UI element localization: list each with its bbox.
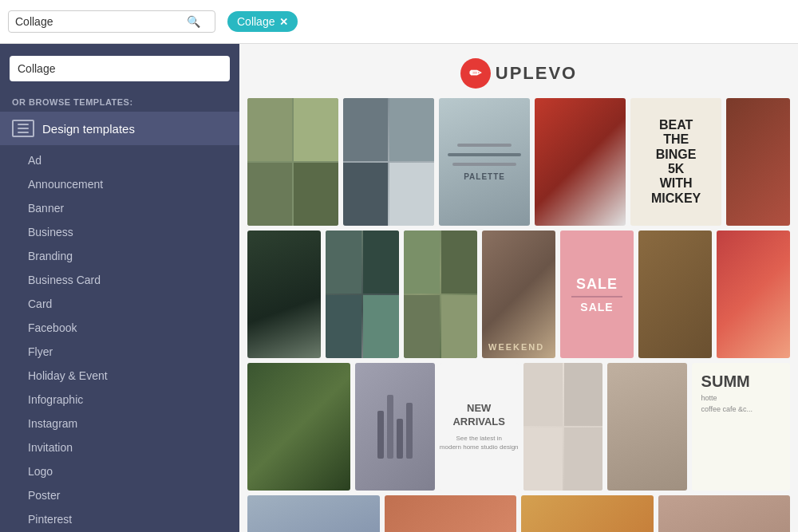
- sidebar-item-flyer[interactable]: Flyer: [0, 340, 239, 364]
- sidebar-item-card[interactable]: Card: [0, 292, 239, 316]
- template-row-2: WEEKEND SALE SALE: [247, 231, 790, 358]
- sidebar-item-business-card[interactable]: Business Card: [0, 268, 239, 292]
- beat-text: BEATTHEBINGE5KWITHMICKEY: [651, 118, 701, 206]
- sale-text-1: SALE: [576, 276, 618, 293]
- sidebar-item-pinterest[interactable]: Pinterest: [0, 507, 239, 531]
- template-item[interactable]: [521, 495, 654, 532]
- sidebar-item-holiday[interactable]: Holiday & Event: [0, 364, 239, 388]
- sidebar-item-branding[interactable]: Branding: [0, 244, 239, 268]
- uplevo-logo-icon: ✏: [460, 58, 491, 89]
- summer-sub: hottecoffee cafe &c...: [701, 393, 753, 415]
- search-icon[interactable]: 🔍: [187, 15, 200, 28]
- template-item[interactable]: BEATTHEBINGE5KWITHMICKEY: [630, 98, 721, 226]
- uplevo-header: ✏ UPLEVO: [247, 52, 790, 98]
- sidebar-item-business[interactable]: Business: [0, 220, 239, 244]
- header: Collage 🔍 Collage ✕: [0, 0, 798, 44]
- template-item[interactable]: [404, 231, 477, 358]
- sidebar-item-infographic[interactable]: Infographic: [0, 388, 239, 412]
- summer-text: SUMM: [701, 372, 750, 390]
- browse-label: OR BROWSE TEMPLATES:: [0, 89, 239, 112]
- sidebar-item-invitation[interactable]: Invitation: [0, 435, 239, 459]
- template-item[interactable]: [355, 363, 434, 491]
- template-item[interactable]: [247, 231, 321, 358]
- template-item[interactable]: [607, 363, 686, 491]
- sidebar-item-banner[interactable]: Banner: [0, 196, 239, 220]
- template-item[interactable]: [535, 98, 626, 226]
- template-item[interactable]: [247, 98, 338, 226]
- sidebar: OR BROWSE TEMPLATES: Design templates Ad…: [0, 44, 239, 532]
- template-item[interactable]: SALE SALE: [560, 231, 634, 358]
- active-filter[interactable]: Collage ✕: [227, 11, 298, 32]
- template-item[interactable]: [717, 231, 790, 358]
- template-item[interactable]: NEWARRIVALS See the latest inmodern home…: [440, 363, 519, 491]
- sidebar-search-input[interactable]: [10, 56, 230, 81]
- filter-label: Collage: [237, 15, 275, 28]
- template-item[interactable]: [343, 98, 434, 226]
- design-templates-label: Design templates: [42, 122, 135, 136]
- sidebar-item-facebook[interactable]: Facebook: [0, 316, 239, 340]
- template-item[interactable]: [385, 495, 517, 532]
- template-item[interactable]: [247, 363, 350, 491]
- design-templates-icon: [12, 120, 34, 137]
- filter-close-icon[interactable]: ✕: [279, 16, 288, 28]
- template-item[interactable]: PALETTE: [439, 98, 530, 226]
- main-layout: OR BROWSE TEMPLATES: Design templates Ad…: [0, 44, 798, 532]
- sale-text-2: SALE: [580, 301, 613, 313]
- weekend-text: WEEKEND: [488, 342, 544, 352]
- sidebar-search-container: [0, 44, 239, 89]
- sidebar-item-ad[interactable]: Ad: [0, 148, 239, 172]
- design-templates-item[interactable]: Design templates: [0, 112, 239, 145]
- content-area: ✏ UPLEVO PALETTE: [239, 44, 798, 532]
- new-arrivals-text: NEWARRIVALS: [452, 402, 504, 429]
- template-item[interactable]: [523, 363, 602, 491]
- template-item[interactable]: SUMM hottecoffee cafe &c...: [692, 363, 790, 491]
- sidebar-item-logo[interactable]: Logo: [0, 459, 239, 483]
- sidebar-item-announcement[interactable]: Announcement: [0, 172, 239, 196]
- uplevo-logo-text: UPLEVO: [496, 63, 577, 84]
- new-arrivals-sub: See the latest inmodern home studio desi…: [440, 434, 519, 451]
- template-item[interactable]: [658, 495, 791, 532]
- template-item[interactable]: [247, 495, 380, 532]
- sidebar-category-list: Ad Announcement Banner Business Branding…: [0, 145, 239, 532]
- template-row-4: [247, 495, 790, 532]
- template-item[interactable]: [726, 98, 790, 226]
- template-item[interactable]: [638, 231, 712, 358]
- search-box[interactable]: Collage 🔍: [8, 10, 215, 33]
- template-item[interactable]: [326, 231, 399, 358]
- template-row-3: NEWARRIVALS See the latest inmodern home…: [247, 363, 790, 491]
- search-input[interactable]: Collage: [15, 15, 187, 28]
- template-row-1: PALETTE BEATTHEBINGE5KWITHMICKEY: [247, 98, 790, 226]
- uplevo-logo: ✏ UPLEVO: [460, 58, 577, 89]
- sidebar-item-poster[interactable]: Poster: [0, 483, 239, 507]
- sidebar-item-instagram[interactable]: Instagram: [0, 412, 239, 435]
- template-item[interactable]: WEEKEND: [482, 231, 555, 358]
